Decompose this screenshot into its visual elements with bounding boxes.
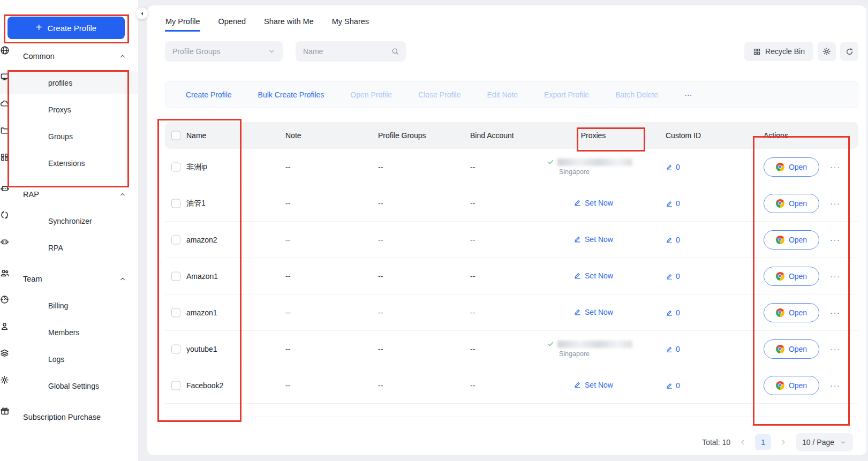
row-more-button[interactable]: ··· (830, 345, 841, 353)
sidebar-item-groups[interactable]: Groups (0, 126, 138, 147)
create-profile-button[interactable]: + Create Profile (7, 17, 125, 39)
sidebar-item-members[interactable]: Members (0, 322, 138, 343)
set-now-label: Set Now (585, 235, 613, 243)
row-checkbox[interactable] (171, 308, 180, 317)
action-link-edit-note[interactable]: Edit Note (487, 90, 518, 99)
action-link-more[interactable]: ··· (684, 90, 692, 99)
row-more-button[interactable]: ··· (830, 272, 841, 281)
actions-cell: Open (764, 194, 819, 213)
sidebar-item-label: Extensions (48, 159, 85, 168)
table-body: 非洲ip------Singapore0Open···油管1------Set … (165, 149, 858, 404)
tab-share-with-me[interactable]: Share with Me (263, 13, 314, 32)
current-page-button[interactable]: 1 (755, 434, 771, 450)
custom-id-edit[interactable]: 0 (666, 199, 680, 208)
proxy-location: Singapore (540, 350, 647, 358)
action-link-bulk-create-profiles[interactable]: Bulk Create Profiles (258, 90, 324, 99)
pencil-icon (666, 345, 673, 353)
sidebar-item-global-settings[interactable]: Global Settings (0, 375, 138, 397)
pencil-icon (666, 382, 673, 389)
tab-my-shares[interactable]: My Shares (331, 13, 369, 32)
row-checkbox[interactable] (171, 162, 180, 171)
custom-id-edit[interactable]: 0 (666, 345, 680, 353)
tab-opened[interactable]: Opened (217, 13, 246, 32)
settings-button[interactable] (818, 42, 836, 61)
actions-bar: Create ProfileBulk Create ProfilesOpen P… (165, 81, 858, 108)
note-cell: -- (285, 308, 290, 317)
sidebar-item-label: Synchronizer (48, 217, 92, 225)
custom-id-value: 0 (676, 236, 680, 244)
row-checkbox[interactable] (171, 199, 180, 208)
row-more-button[interactable]: ··· (830, 308, 841, 317)
sidebar-section-rap[interactable]: RAP (0, 184, 138, 205)
open-profile-button[interactable]: Open (764, 339, 819, 359)
open-profile-button[interactable]: Open (764, 267, 819, 286)
gear-icon (0, 375, 9, 384)
sidebar-item-proxys[interactable]: Proxys (0, 99, 138, 120)
custom-id-edit[interactable]: 0 (666, 381, 680, 390)
sidebar-collapse-button[interactable] (136, 7, 148, 19)
profile-name: youtube1 (186, 345, 217, 353)
action-link-export-profile[interactable]: Export Profile (544, 90, 589, 99)
chevron-up-icon (119, 275, 126, 283)
row-more-button[interactable]: ··· (830, 163, 841, 171)
custom-id-edit[interactable]: 0 (666, 272, 680, 281)
profile-name: 油管1 (186, 199, 206, 208)
prev-page-button[interactable] (739, 439, 746, 446)
sidebar-section-team[interactable]: Team (0, 268, 138, 290)
row-checkbox[interactable] (171, 271, 180, 281)
action-link-create-profile[interactable]: Create Profile (186, 90, 232, 99)
custom-id-value: 0 (676, 163, 680, 171)
tab-my-profile[interactable]: My Profile (165, 13, 200, 32)
row-checkbox[interactable] (171, 381, 180, 390)
sidebar-item-logs[interactable]: Logs (0, 349, 138, 370)
table-row: 油管1------Set Now0Open··· (165, 185, 858, 222)
next-page-button[interactable] (780, 439, 787, 446)
open-profile-button[interactable]: Open (764, 303, 819, 322)
sidebar-item-label: Groups (48, 132, 73, 141)
profile-groups-select[interactable]: Profile Groups (165, 41, 283, 62)
chrome-icon (776, 308, 784, 317)
sidebar-item-label: Billing (48, 301, 68, 310)
page-size-select[interactable]: 10 / Page (796, 433, 853, 451)
action-link-close-profile[interactable]: Close Profile (418, 90, 461, 99)
chrome-icon (776, 272, 784, 281)
row-checkbox[interactable] (171, 235, 180, 244)
custom-id-edit[interactable]: 0 (666, 236, 680, 244)
name-search-input[interactable] (302, 47, 391, 56)
sidebar-item-profiles[interactable]: profiles (0, 72, 138, 94)
actions-cell: Open (764, 339, 819, 359)
set-now-link[interactable]: Set Now (573, 380, 613, 389)
chevron-right-icon (780, 439, 787, 446)
sidebar-item-label: profiles (48, 79, 72, 87)
sidebar-item-synchronizer[interactable]: Synchronizer (0, 210, 138, 232)
select-all-checkbox[interactable] (171, 131, 180, 140)
sidebar-section-label: Common (23, 52, 55, 61)
sidebar-section-label: Team (23, 275, 42, 283)
sidebar-section-subscription-purchase[interactable]: Subscription Purchase (0, 406, 138, 428)
sidebar-item-rpa[interactable]: RPA (0, 237, 138, 259)
open-profile-button[interactable]: Open (764, 157, 819, 177)
sidebar-item-extensions[interactable]: Extensions (0, 153, 138, 174)
plus-icon: + (36, 22, 42, 33)
top-tools: Recycle Bin (744, 42, 858, 61)
sidebar-item-billing[interactable]: Billing (0, 295, 138, 316)
sidebar-section-common[interactable]: Common (0, 46, 138, 67)
proxy-location: Singapore (540, 168, 647, 176)
set-now-link[interactable]: Set Now (573, 307, 613, 316)
row-checkbox[interactable] (171, 344, 180, 353)
custom-id-edit[interactable]: 0 (666, 163, 680, 171)
recycle-bin-button[interactable]: Recycle Bin (744, 42, 813, 61)
set-now-link[interactable]: Set Now (573, 271, 613, 279)
action-link-open-profile[interactable]: Open Profile (350, 90, 392, 99)
refresh-button[interactable] (840, 42, 858, 61)
open-profile-button[interactable]: Open (764, 194, 819, 213)
open-profile-button[interactable]: Open (764, 376, 819, 395)
row-more-button[interactable]: ··· (830, 236, 841, 244)
set-now-link[interactable]: Set Now (573, 235, 613, 243)
set-now-link[interactable]: Set Now (573, 198, 613, 207)
open-profile-button[interactable]: Open (764, 230, 819, 250)
action-link-batch-delete[interactable]: Batch Delete (615, 90, 658, 99)
row-more-button[interactable]: ··· (830, 199, 841, 208)
row-more-button[interactable]: ··· (830, 381, 841, 390)
custom-id-edit[interactable]: 0 (666, 308, 680, 317)
